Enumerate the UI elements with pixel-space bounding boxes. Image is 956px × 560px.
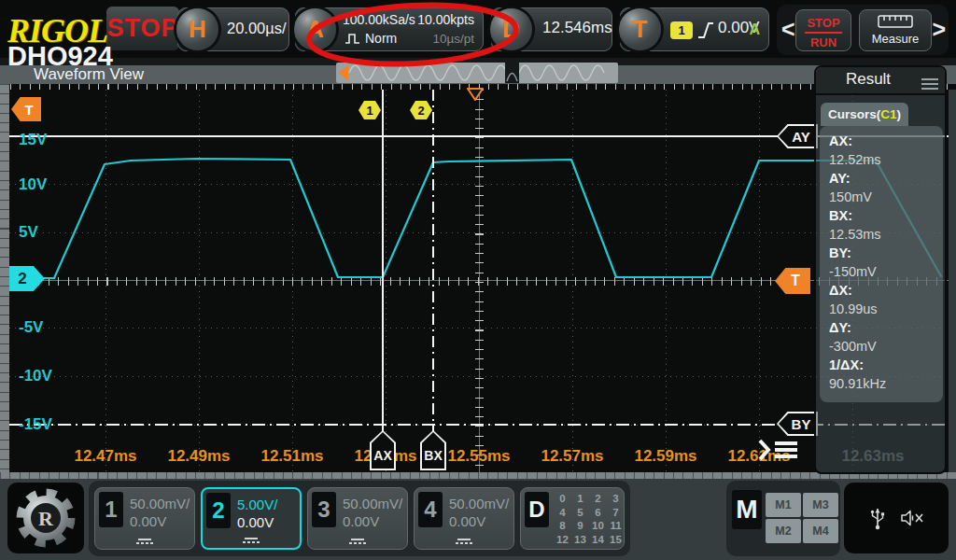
channel-3-scale: 50.00mV/ — [343, 495, 402, 512]
horizontal-knob-icon[interactable]: H — [176, 8, 218, 50]
result-value: -300mV — [829, 337, 943, 356]
result-value: 12.53ms — [829, 225, 943, 244]
math-m2-button[interactable]: M2 — [766, 519, 801, 543]
chevron-left-icon[interactable]: < — [781, 16, 795, 43]
usb-icon — [868, 505, 887, 531]
trigger-position-icon[interactable] — [467, 88, 484, 101]
math-m1-button[interactable]: M1 — [766, 493, 801, 517]
math-letter: M — [732, 490, 762, 529]
menu-chevron-icon — [758, 438, 771, 462]
cursor-ax-line[interactable] — [382, 90, 384, 433]
time-label: 12.57ms — [541, 447, 603, 466]
channel-2-scale: 5.00V/ — [237, 496, 277, 513]
preview-window[interactable] — [505, 63, 519, 83]
channel-3-offset: 0.00V — [343, 512, 402, 530]
preview-marker-icon — [338, 65, 348, 80]
result-label: AY: — [829, 169, 943, 188]
result-value: 150mV — [829, 188, 943, 206]
channel-4-scale: 50.00mV/ — [449, 495, 509, 512]
delay-knob-icon[interactable]: D — [490, 8, 532, 50]
bottom-bar: R 1 50.00mV/ 0.00V 2 5.00V/ 0.00V 3 50.0… — [0, 479, 956, 560]
delay-button[interactable]: D 12.546ms — [491, 7, 612, 51]
run-state-indicator[interactable]: STOP — [106, 7, 179, 50]
sample-rate-value: 100.00kSa/s — [343, 12, 415, 27]
trigger-knob-icon[interactable]: T — [619, 8, 661, 50]
waveform-preview-strip[interactable] — [336, 63, 618, 83]
measure-button[interactable]: Measure — [859, 9, 932, 51]
chevron-right-icon[interactable]: > — [932, 16, 946, 43]
channel-4-number: 4 — [418, 492, 443, 527]
stop-run-divider — [805, 32, 842, 34]
coupling-icon — [455, 539, 473, 544]
result-value: 90.91kHz — [829, 374, 943, 393]
time-label: 12.47ms — [74, 447, 136, 466]
result-label: BY: — [829, 244, 943, 262]
result-value: 12.52ms — [829, 150, 943, 169]
delay-letter: D — [502, 15, 520, 44]
bottom-scale-strip — [0, 472, 956, 479]
model-label: DHO924 — [7, 41, 113, 72]
acquisition-knob-icon[interactable]: A — [294, 8, 336, 50]
cursor-ax-handle-label: AX — [372, 432, 394, 469]
toolbar-group: < STOP RUN Measure > — [777, 5, 949, 55]
trigger-source-badge: 1 — [670, 21, 693, 39]
rigol-menu-button[interactable]: R — [7, 483, 84, 553]
gear-logo-icon: R — [15, 487, 77, 549]
cursor-results-list: AX: 12.52ms AY: 150mV BX: 12.53ms BY: -1… — [820, 126, 943, 402]
math-m3-button[interactable]: M3 — [803, 493, 838, 517]
volt-label: -15V — [19, 415, 52, 434]
acquisition-button[interactable]: A 100.00kSa/s 10.00kpts Norm 10µs/pt — [295, 7, 484, 51]
channel-3-button[interactable]: 3 50.00mV/ 0.00V — [307, 487, 408, 550]
volt-label: 15V — [19, 131, 47, 149]
math-m4-button[interactable]: M4 — [803, 519, 838, 543]
time-label: 12.49ms — [167, 447, 230, 466]
preview-sine-icon — [336, 63, 618, 83]
horizontal-scale-value: 20.00µs/ — [227, 20, 287, 37]
measure-label: Measure — [860, 32, 931, 46]
coupling-icon — [135, 539, 154, 544]
result-value: 10.99us — [829, 300, 943, 318]
menu-icon[interactable] — [758, 438, 797, 462]
oscilloscope-screen: STOP RIGOL DHO924 H 20.00µs/ A 100.00kSa… — [0, 0, 956, 560]
trigger-button[interactable]: T 1 0.00V A — [620, 7, 769, 51]
left-scale-strip — [0, 84, 9, 479]
delay-value: 12.546ms — [542, 19, 612, 37]
result-panel-title: Result — [816, 70, 921, 89]
speaker-mute-icon — [900, 509, 924, 527]
channel-4-offset: 0.00V — [449, 512, 509, 530]
horizontal-scale-button[interactable]: H 20.00µs/ — [177, 7, 289, 51]
result-label: AX: — [829, 132, 943, 150]
digital-channels-button[interactable]: D 0123 4567 891011 12131415 — [520, 487, 625, 550]
ruler-icon — [877, 14, 914, 29]
horizontal-letter: H — [189, 15, 206, 44]
stop-run-button[interactable]: STOP RUN — [795, 9, 851, 51]
channel-2-button[interactable]: 2 5.00V/ 0.00V — [201, 487, 302, 550]
result-panel-header[interactable]: Result — [816, 67, 945, 95]
tab-cursors[interactable]: Cursors(C1) — [821, 103, 908, 126]
time-label: 12.55ms — [447, 447, 510, 466]
channel-2-offset: 0.00V — [237, 513, 277, 531]
channel-4-button[interactable]: 4 50.00mV/ 0.00V — [414, 487, 514, 550]
hamburger-icon[interactable] — [921, 76, 938, 92]
result-label: ΔX: — [829, 281, 943, 300]
stop-label: STOP — [796, 17, 851, 29]
channel-1-scale: 50.00mV/ — [130, 495, 190, 512]
svg-text:R: R — [38, 507, 54, 530]
digital-channel-grid: 0123 4567 891011 12131415 — [554, 493, 625, 547]
tab-cursors-source: C1 — [880, 107, 896, 121]
math-grid: M1 M3 M2 M4 — [766, 493, 838, 543]
tab-cursors-suffix: ) — [897, 107, 902, 121]
channel-group: 1 50.00mV/ 0.00V 2 5.00V/ 0.00V 3 50.00m… — [89, 481, 630, 556]
pulse-icon — [344, 33, 361, 45]
channel-1-number: 1 — [99, 492, 123, 527]
run-label: RUN — [796, 36, 851, 49]
trigger-sweep-mode: A — [749, 21, 760, 38]
math-group: M M1 M3 M2 M4 — [726, 481, 840, 556]
channel-1-button[interactable]: 1 50.00mV/ 0.00V — [94, 487, 195, 550]
result-panel: Result Cursors(C1) AX: 12.52ms AY: 150mV… — [814, 65, 947, 474]
resolution-value: 10µs/pt — [432, 32, 474, 46]
cursor-bx-line[interactable] — [432, 90, 434, 433]
result-label: ΔY: — [829, 318, 943, 337]
menu-bars-icon — [775, 439, 797, 462]
volt-label: -5V — [19, 318, 43, 337]
